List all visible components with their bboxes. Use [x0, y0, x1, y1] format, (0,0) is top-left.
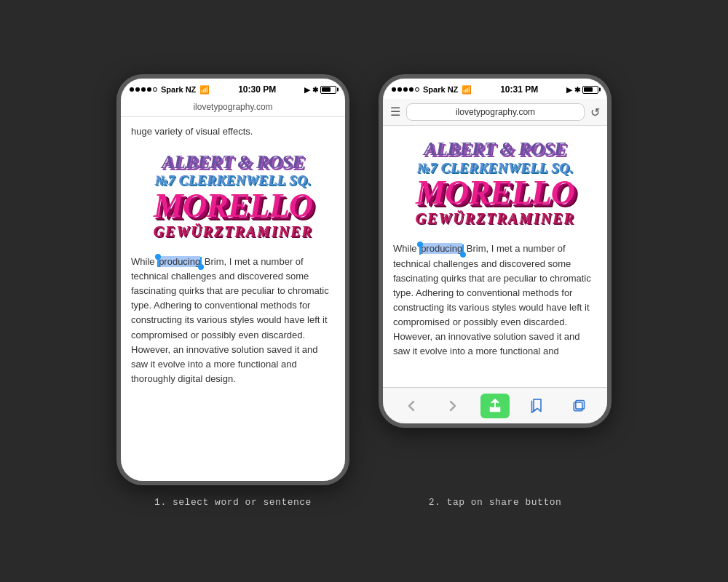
- phone1-battery: [320, 86, 336, 94]
- phone1-content: huge variety of visual effects. ALBERT &…: [121, 117, 345, 481]
- signal-dot-2: [397, 87, 402, 92]
- signal-dot-1: [392, 87, 396, 92]
- phone1-wifi-icon: 📶: [199, 85, 210, 95]
- phone2-carrier: Spark NZ: [423, 85, 458, 94]
- phone2-typography: ALBERT & ROSE №7 CLERKENWELL SQ. MORELLO…: [393, 133, 597, 233]
- phone1-bluetooth-icon: ✱: [312, 86, 318, 94]
- phone1: Spark NZ 📶 10:30 PM ▶ ✱ ilovetypography.…: [116, 74, 349, 485]
- signal-dot-5: [153, 87, 157, 92]
- signal-dot-3: [141, 87, 146, 92]
- phone1-body-before: While: [131, 256, 157, 267]
- phone2-forward-button[interactable]: [438, 394, 467, 418]
- caption-step2: 2. tap on share button: [379, 497, 612, 508]
- phone1-status-left: Spark NZ 📶: [130, 85, 210, 95]
- signal-dot-1: [130, 87, 134, 92]
- phone1-type-line3: MORELLO: [134, 189, 332, 223]
- phone1-type-line4: GEWÜRZTRAMINER: [134, 223, 332, 240]
- phone2-body-after: Brim, I met a number of technical challe…: [393, 243, 591, 356]
- phone2-bluetooth-icon: ✱: [574, 86, 580, 94]
- share-icon: [487, 398, 503, 414]
- signal-dot-4: [147, 87, 151, 92]
- phone2-toolbar: [383, 387, 607, 423]
- phone2-type-line1: ALBERT & ROSE: [396, 139, 594, 160]
- phone2-battery-fill: [584, 87, 593, 92]
- phone2-address-text: ilovetypography.com: [456, 107, 535, 117]
- caption-row: 1. select word or sentence 2. tap on sha…: [116, 497, 612, 508]
- phone1-cursor-start: [157, 257, 159, 267]
- phone1-status-right: ▶ ✱: [304, 86, 336, 94]
- phone2-type-line3: MORELLO: [396, 176, 594, 210]
- phone2-wifi-icon: 📶: [462, 85, 472, 95]
- forward-icon: [447, 399, 459, 413]
- phone2-cursor-start: [419, 244, 421, 255]
- back-icon: [405, 399, 417, 413]
- phone2-cursor-end: [462, 244, 464, 255]
- phone1-time: 10:30 PM: [238, 84, 276, 95]
- phone2-share-button[interactable]: [480, 394, 510, 418]
- tabs-icon: [571, 399, 586, 413]
- phone2-body-before: While: [393, 243, 419, 254]
- phone1-body-after: Brim, I met a number of technical challe…: [131, 256, 329, 384]
- phone2-bookmarks-button[interactable]: [523, 394, 552, 418]
- phone2-location-icon: ▶: [566, 86, 572, 94]
- signal-dot-5: [415, 87, 419, 92]
- phone1-wrapper: Spark NZ 📶 10:30 PM ▶ ✱ ilovetypography.…: [116, 74, 349, 485]
- phone1-carrier: Spark NZ: [161, 85, 196, 94]
- caption-step1: 1. select word or sentence: [116, 497, 349, 508]
- phone2-back-button[interactable]: [397, 394, 426, 418]
- phone2-content: ALBERT & ROSE №7 CLERKENWELL SQ. MORELLO…: [383, 126, 607, 387]
- phone1-location-icon: ▶: [304, 86, 310, 94]
- phone2-nav-bar: ☰ ilovetypography.com ↺: [383, 99, 607, 126]
- signal-dot-4: [409, 87, 414, 92]
- phone2: Spark NZ 📶 10:31 PM ▶ ✱ ☰: [379, 74, 612, 428]
- phone2-body-text: While producing Brim, I met a number of …: [393, 242, 597, 387]
- phone1-status-bar: Spark NZ 📶 10:30 PM ▶ ✱: [121, 79, 345, 99]
- phone1-highlighted-word: producing: [159, 256, 200, 267]
- phone2-wrapper: Spark NZ 📶 10:31 PM ▶ ✱ ☰: [379, 74, 612, 428]
- phone2-status-bar: Spark NZ 📶 10:31 PM ▶ ✱: [383, 79, 607, 99]
- bookmarks-icon: [530, 398, 545, 414]
- phone2-highlighted-word: producing: [421, 243, 462, 254]
- phone2-tabs-button[interactable]: [564, 394, 593, 418]
- phone1-intro: huge variety of visual effects.: [131, 124, 335, 139]
- phone1-address-bar[interactable]: ilovetypography.com: [121, 99, 345, 117]
- phone2-signal: [392, 87, 419, 92]
- phone2-type-line4: GEWÜRZTRAMINER: [396, 210, 594, 227]
- phone1-type-line1: ALBERT & ROSE: [134, 152, 332, 173]
- phone1-battery-fill: [322, 87, 331, 92]
- phone2-address-field[interactable]: ilovetypography.com: [406, 103, 585, 121]
- phone1-address-text: ilovetypography.com: [193, 102, 272, 112]
- phone2-status-left: Spark NZ 📶: [392, 85, 472, 95]
- signal-dot-2: [135, 87, 140, 92]
- phone2-time: 10:31 PM: [500, 84, 538, 95]
- phones-container: Spark NZ 📶 10:30 PM ▶ ✱ ilovetypography.…: [116, 74, 612, 485]
- phone2-refresh-button[interactable]: ↺: [590, 105, 600, 119]
- main-container: Spark NZ 📶 10:30 PM ▶ ✱ ilovetypography.…: [116, 74, 612, 508]
- phone2-battery: [582, 86, 598, 94]
- phone1-signal: [130, 87, 157, 92]
- signal-dot-3: [403, 87, 408, 92]
- phone1-typography: ALBERT & ROSE №7 CLERKENWELL SQ. MORELLO…: [131, 146, 335, 246]
- phone1-cursor-end: [200, 257, 202, 267]
- phone1-body-text: While producing Brim, I met a number of …: [131, 255, 335, 386]
- phone2-status-right: ▶ ✱: [566, 86, 598, 94]
- phone2-menu-button[interactable]: ☰: [390, 106, 400, 118]
